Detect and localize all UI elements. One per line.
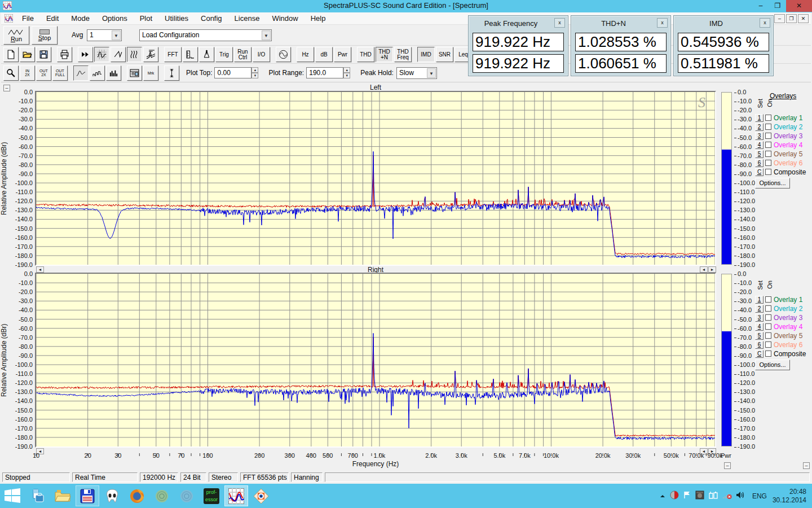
overlays-options-button[interactable]: Options... (755, 178, 790, 189)
new-file-button[interactable] (3, 47, 19, 62)
trigger-button[interactable]: Trig (215, 47, 233, 62)
menu-options[interactable]: Options (96, 12, 134, 25)
taskbar-icon-spectraplus[interactable] (224, 485, 248, 506)
overlay-set-button-1[interactable]: 1 (755, 296, 764, 304)
overlay-set-button-4[interactable]: 4 (755, 141, 764, 149)
zoom-in-2x-button[interactable]: IN 2X (20, 65, 35, 81)
markers-button[interactable]: Mrk (143, 65, 158, 81)
thd-plus-n-button[interactable]: THD +N (376, 47, 393, 62)
start-button[interactable] (5, 488, 21, 503)
overlay-on-checkbox-4[interactable] (765, 323, 771, 330)
close-icon[interactable]: x (657, 18, 668, 28)
overlay-on-checkbox-6[interactable] (765, 160, 771, 166)
vertical-scale-button[interactable] (164, 65, 179, 81)
thd-button[interactable]: THD (357, 47, 374, 62)
flag-icon[interactable] (683, 491, 691, 501)
overlay-set-button-2[interactable]: 2 (755, 123, 764, 131)
imd-button[interactable]: IMD (417, 47, 435, 62)
taskbar-icon-folder[interactable] (51, 485, 74, 506)
overlay-set-button-1[interactable]: 1 (755, 114, 764, 122)
plot-range-input[interactable]: 190.0 (306, 67, 343, 78)
app-status-icon[interactable] (670, 491, 679, 502)
close-icon[interactable]: x (760, 18, 770, 28)
overlay-on-checkbox-1[interactable] (765, 296, 771, 303)
close-icon[interactable]: x (554, 18, 565, 28)
overlays-options-button[interactable]: Options... (755, 360, 790, 370)
volume-icon[interactable] (736, 491, 745, 501)
overlay-set-button-c[interactable]: C (755, 168, 764, 176)
plot-top-spinner[interactable]: ▲▼ (251, 67, 258, 78)
taskbar-icon-floppy-save[interactable] (76, 485, 99, 506)
language-indicator[interactable]: ENG (752, 492, 767, 500)
mdi-restore-button[interactable]: ❐ (786, 14, 797, 23)
fft-settings-button[interactable]: FFT (164, 47, 182, 62)
collapse-meter-button[interactable]: – (724, 462, 731, 469)
thd-freq-button[interactable]: THD Freq (394, 47, 412, 62)
peak-hold-select[interactable]: Slow▼ (396, 67, 437, 79)
overlay-set-button-c[interactable]: C (755, 350, 764, 358)
plot-range-spinner[interactable]: ▲▼ (343, 67, 350, 78)
close-button[interactable]: ✕ (786, 0, 812, 12)
overlay-on-checkbox-5[interactable] (765, 332, 771, 339)
load-configuration-select[interactable]: Load Configuration ▼ (139, 29, 272, 41)
run-button[interactable]: Run (3, 26, 29, 45)
signal-generator-button[interactable] (276, 47, 291, 62)
io-device-button[interactable]: I/O (253, 47, 270, 62)
menu-file[interactable]: File (16, 12, 40, 25)
overlay-set-button-3[interactable]: 3 (755, 132, 764, 140)
overlay-on-checkbox-2[interactable] (765, 124, 771, 130)
overlay-set-button-5[interactable]: 5 (755, 150, 764, 158)
menu-utilities[interactable]: Utilities (158, 12, 195, 25)
surface-view-button[interactable] (143, 47, 158, 62)
overlay-set-button-6[interactable]: 6 (755, 159, 764, 167)
open-file-button[interactable] (20, 47, 35, 62)
stop-button[interactable]: Stop (32, 26, 58, 45)
overlay-on-checkbox-4[interactable] (765, 142, 771, 148)
mdi-close-button[interactable]: ✕ (798, 14, 809, 23)
restore-button[interactable]: ❐ (769, 0, 786, 12)
spin-up-icon[interactable]: ▲ (343, 67, 350, 73)
overlay-on-checkbox-1[interactable] (765, 115, 771, 121)
units-pwr-button[interactable]: Pwr (334, 47, 351, 62)
chevron-down-icon[interactable]: ▼ (112, 30, 121, 40)
taskbar-icon-coin-app-2[interactable] (175, 485, 198, 506)
overlay-on-checkbox-6[interactable] (765, 341, 771, 348)
collapse-overlays-button[interactable]: – (803, 462, 810, 469)
spin-up-icon[interactable]: ▲ (251, 67, 258, 73)
battery-icon[interactable] (708, 491, 718, 501)
spectrogram-view-button[interactable] (127, 47, 142, 62)
menu-help[interactable]: Help (304, 12, 332, 25)
snr-button[interactable]: SNR (436, 47, 453, 62)
taskbar-icon-foobar2000[interactable] (100, 485, 124, 506)
units-hz-button[interactable]: Hz (297, 47, 314, 62)
minimize-button[interactable]: – (752, 0, 769, 12)
overlay-set-button-6[interactable]: 6 (755, 341, 764, 349)
avg-select[interactable]: 1 ▼ (87, 29, 122, 41)
menu-window[interactable]: Window (266, 12, 304, 25)
menu-mode[interactable]: Mode (65, 12, 96, 25)
fast-forward-button[interactable] (78, 47, 93, 62)
print-button[interactable] (57, 47, 72, 62)
overlay-on-checkbox-3[interactable] (765, 314, 771, 321)
time-series-view-button[interactable] (111, 47, 126, 62)
overlay-set-button-2[interactable]: 2 (755, 305, 764, 313)
overlay-on-checkbox-2[interactable] (765, 305, 771, 312)
mdi-minimize-button[interactable]: – (774, 14, 785, 23)
scaling-button[interactable] (183, 47, 198, 62)
zoom-out-full-button[interactable]: OUT FULL (52, 65, 68, 81)
display-options-button[interactable] (127, 65, 142, 81)
taskbar-icon-file-explorer[interactable] (26, 485, 50, 506)
spectrum-view-button[interactable] (94, 47, 109, 62)
plot-top-input[interactable]: 0.00 (214, 67, 251, 78)
overlay-on-checkbox-5[interactable] (765, 151, 771, 157)
menu-edit[interactable]: Edit (40, 12, 65, 25)
step-plot-button[interactable] (90, 65, 105, 81)
chevron-down-icon[interactable]: ▼ (427, 68, 436, 78)
overlay-set-button-4[interactable]: 4 (755, 323, 764, 331)
chevron-down-icon[interactable]: ▼ (262, 30, 271, 40)
units-db-button[interactable]: dB (315, 47, 333, 62)
menu-plot[interactable]: Plot (134, 12, 158, 25)
run-control-button[interactable]: Run Ctrl (234, 47, 251, 62)
calibration-button[interactable] (199, 47, 214, 62)
overlay-set-button-5[interactable]: 5 (755, 332, 764, 340)
